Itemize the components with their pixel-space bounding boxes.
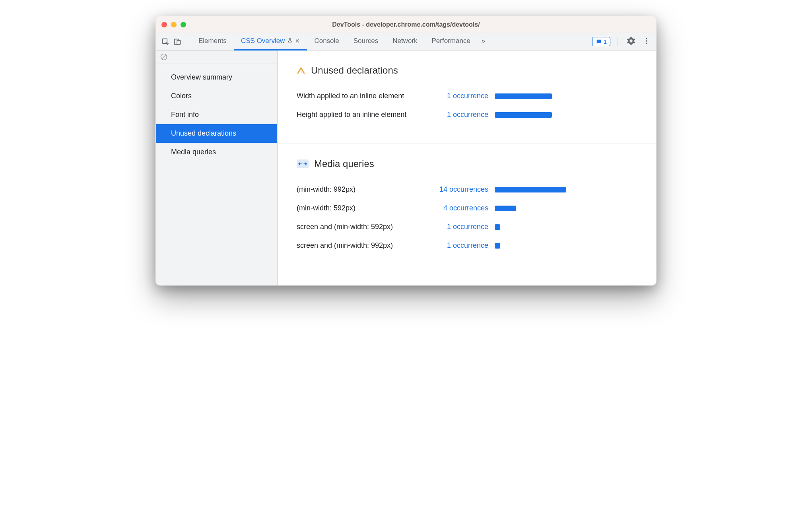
occurrence-bar — [495, 112, 552, 118]
occurrence-link[interactable]: 4 occurrences — [435, 204, 495, 212]
row-label: screen and (min-width: 592px) — [297, 223, 435, 231]
tab-label: Network — [392, 37, 417, 45]
sidebar-item-colors[interactable]: Colors — [156, 87, 277, 105]
window-close-button[interactable] — [161, 22, 167, 27]
tab-console[interactable]: Console — [307, 33, 346, 51]
sidebar-item-unused-declarations[interactable]: Unused declarations — [156, 124, 277, 143]
settings-gear-icon[interactable] — [625, 35, 637, 49]
occurrence-link[interactable]: 14 occurrences — [435, 185, 495, 194]
toolbar-separator — [187, 37, 187, 46]
tab-elements[interactable]: Elements — [191, 33, 234, 51]
media-row: screen and (min-width: 992px) 1 occurren… — [297, 241, 640, 250]
messages-chip[interactable]: 1 — [592, 37, 610, 46]
toolbar-separator — [618, 37, 618, 46]
sidebar-item-label: Unused declarations — [171, 129, 236, 137]
occurrence-link[interactable]: 1 occurrence — [435, 111, 495, 119]
inspect-element-icon[interactable] — [160, 36, 171, 47]
occurrence-bar — [495, 224, 500, 230]
row-label: Height applied to an inline element — [297, 111, 435, 119]
main-scroll-area[interactable]: Unused declarations Width applied to an … — [278, 51, 656, 285]
occurrence-bar — [495, 93, 552, 99]
occurrence-bar — [495, 206, 516, 211]
more-tabs-button[interactable]: » — [478, 33, 489, 51]
tab-label: Elements — [198, 37, 227, 45]
devtools-tabs: Elements CSS Overview ✕ Console Sources … — [191, 33, 489, 51]
window-title: DevTools - developer.chrome.com/tags/dev… — [332, 21, 480, 28]
occurrence-link[interactable]: 1 occurrence — [435, 223, 495, 231]
occurrence-link[interactable]: 1 occurrence — [435, 241, 495, 250]
window-zoom-button[interactable] — [181, 22, 186, 27]
unused-row: Width applied to an inline element 1 occ… — [297, 92, 640, 100]
section-title: Media queries — [314, 158, 374, 169]
more-tabs-icon: » — [482, 37, 485, 45]
devtools-toolbar: Elements CSS Overview ✕ Console Sources … — [156, 33, 656, 51]
sidebar-toolbar — [156, 51, 277, 64]
section-unused-declarations: Unused declarations Width applied to an … — [278, 51, 656, 144]
sidebar-item-label: Overview summary — [171, 73, 232, 81]
svg-line-7 — [162, 55, 166, 59]
row-label: screen and (min-width: 992px) — [297, 241, 435, 250]
tab-performance[interactable]: Performance — [425, 33, 478, 51]
warning-triangle-icon — [297, 66, 305, 75]
window-titlebar: DevTools - developer.chrome.com/tags/dev… — [156, 16, 656, 33]
occurrence-bar — [495, 187, 566, 192]
row-label: (min-width: 992px) — [297, 185, 435, 194]
svg-rect-2 — [177, 40, 180, 44]
experimental-flask-icon — [287, 38, 293, 45]
unused-row: Height applied to an inline element 1 oc… — [297, 111, 640, 119]
section-title: Unused declarations — [311, 65, 398, 76]
tab-label: Sources — [354, 37, 378, 45]
tab-label: Performance — [432, 37, 470, 45]
row-label: (min-width: 592px) — [297, 204, 435, 212]
sidebar-list: Overview summary Colors Font info Unused… — [156, 64, 277, 161]
main-content: Unused declarations Width applied to an … — [278, 51, 656, 285]
svg-point-3 — [646, 38, 647, 39]
device-toggle-icon[interactable] — [172, 36, 183, 47]
media-row: (min-width: 592px) 4 occurrences — [297, 204, 640, 212]
sidebar-item-font-info[interactable]: Font info — [156, 105, 277, 124]
tab-close-icon[interactable]: ✕ — [295, 38, 300, 44]
section-header: Media queries — [297, 158, 640, 169]
occurrence-link[interactable]: 1 occurrence — [435, 92, 495, 100]
svg-point-5 — [646, 43, 647, 44]
tab-network[interactable]: Network — [385, 33, 424, 51]
messages-count: 1 — [604, 38, 607, 45]
sidebar-item-media-queries[interactable]: Media queries — [156, 143, 277, 161]
svg-point-4 — [646, 40, 647, 41]
message-icon — [596, 39, 602, 45]
media-query-arrows-icon — [297, 159, 309, 168]
more-options-icon[interactable] — [641, 35, 652, 48]
clear-overview-icon[interactable] — [160, 53, 169, 62]
sidebar-item-label: Media queries — [171, 148, 216, 156]
media-row: (min-width: 992px) 14 occurrences — [297, 185, 640, 194]
section-header: Unused declarations — [297, 65, 640, 76]
css-overview-sidebar: Overview summary Colors Font info Unused… — [156, 51, 278, 285]
tab-css-overview[interactable]: CSS Overview ✕ — [234, 33, 307, 51]
section-media-queries: Media queries (min-width: 992px) 14 occu… — [278, 144, 656, 274]
sidebar-item-label: Font info — [171, 111, 199, 119]
media-row: screen and (min-width: 592px) 1 occurren… — [297, 223, 640, 231]
devtools-window: DevTools - developer.chrome.com/tags/dev… — [155, 16, 657, 286]
row-label: Width applied to an inline element — [297, 92, 435, 100]
toolbar-right: 1 — [592, 35, 652, 49]
tab-sources[interactable]: Sources — [346, 33, 385, 51]
sidebar-item-label: Colors — [171, 92, 192, 100]
tab-label: CSS Overview — [241, 37, 285, 45]
window-minimize-button[interactable] — [171, 22, 177, 27]
traffic-lights — [161, 22, 186, 27]
devtools-body: Overview summary Colors Font info Unused… — [156, 51, 656, 285]
sidebar-item-overview-summary[interactable]: Overview summary — [156, 68, 277, 87]
occurrence-bar — [495, 243, 500, 249]
tab-label: Console — [314, 37, 339, 45]
